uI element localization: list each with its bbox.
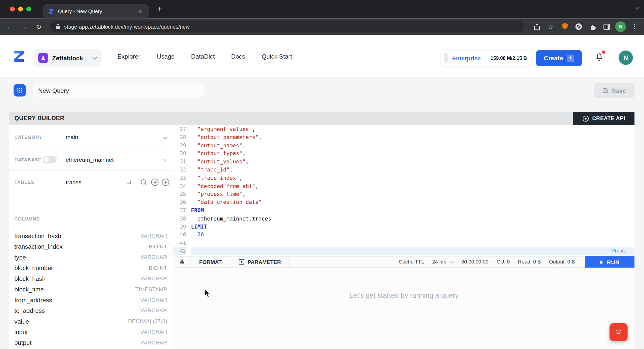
parameter-label: PARAMETER	[248, 259, 281, 265]
column-row[interactable]: block_hashVARCHAR	[9, 273, 173, 284]
extension-icon-2[interactable]	[572, 23, 586, 30]
column-row[interactable]: trace_typeVARCHAR	[9, 348, 173, 349]
code-line[interactable]: "argument_values",	[191, 125, 634, 133]
column-name: from_address	[14, 296, 52, 303]
tables-row: TABLES traces	[9, 171, 173, 194]
line-number: 35	[173, 190, 186, 198]
code-line[interactable]: "output_types",	[191, 150, 634, 158]
nav-link-quick-start[interactable]: Quick Start	[262, 53, 292, 60]
workspace-icon	[38, 53, 48, 63]
chevron-down-icon[interactable]	[163, 134, 167, 139]
empty-results-message: Let's get started by running a query	[349, 291, 459, 349]
column-row[interactable]: transaction_indexBIGINT	[9, 241, 173, 251]
code-line[interactable]: ethereum_mainnet.traces	[191, 214, 634, 223]
column-name: type	[14, 253, 26, 260]
code-line[interactable]: "trace_index",	[191, 174, 634, 182]
browser-profile-avatar[interactable]: N	[614, 21, 628, 32]
extension-icon-1[interactable]	[558, 23, 572, 30]
chat-launcher[interactable]	[610, 323, 628, 341]
workspace-switcher[interactable]: Zettablock	[32, 49, 101, 67]
tab-search-chevron-icon[interactable]	[635, 6, 639, 10]
chevron-down-icon[interactable]	[163, 157, 167, 162]
nav-link-explorer[interactable]: Explorer	[117, 53, 140, 60]
code-line[interactable]	[191, 239, 634, 247]
code-line[interactable]: "output_values",	[191, 158, 634, 166]
refresh-icon[interactable]: ↻	[32, 20, 46, 34]
section-title: QUERY BUILDER	[14, 112, 64, 125]
browser-menu-icon[interactable]: ⋮	[628, 23, 642, 30]
code-line[interactable]: "process_time",	[191, 190, 634, 198]
editor-code[interactable]: "argument_values", "output_parameters", …	[191, 125, 634, 256]
column-row[interactable]: from_addressVARCHAR	[9, 294, 173, 305]
column-row[interactable]: outputVARCHAR	[9, 337, 173, 347]
traffic-light-zoom[interactable]	[26, 7, 31, 12]
code-line[interactable]: "decoded_from_abi",	[191, 182, 634, 190]
line-number: 40	[173, 231, 186, 239]
traffic-light-minimize[interactable]	[18, 7, 23, 12]
column-name: transaction_index	[14, 243, 63, 250]
save-button[interactable]: Save	[594, 83, 635, 98]
back-icon[interactable]: ←	[3, 20, 17, 34]
editor-gutter: 27282930313233343536373839404142	[173, 125, 191, 256]
category-value: main	[66, 134, 78, 140]
notifications-button[interactable]	[594, 51, 605, 62]
code-line[interactable]: LIMIT	[191, 223, 634, 231]
chevron-down-icon	[92, 55, 97, 60]
open-table-icon[interactable]	[151, 178, 159, 187]
parameter-button[interactable]: PARAMETER	[230, 256, 289, 268]
plus-icon: +	[567, 54, 574, 62]
sql-editor[interactable]: 27282930313233343536373839404142 "argume…	[173, 125, 634, 256]
line-number: 28	[173, 133, 186, 141]
query-title-input[interactable]	[32, 83, 204, 98]
extensions-puzzle-icon[interactable]	[586, 23, 600, 30]
create-api-button[interactable]: CREATE API	[573, 112, 635, 125]
forward-icon[interactable]: →	[17, 20, 31, 34]
code-line[interactable]: "data_creation_date"	[191, 198, 634, 206]
nav-link-docs[interactable]: Docs	[231, 53, 245, 60]
tab-close-icon[interactable]: ✕	[136, 8, 144, 15]
column-row[interactable]: block_numberBIGINT	[9, 262, 173, 273]
search-table-icon[interactable]	[140, 178, 148, 187]
columns-list: transaction_hashVARCHARtransaction_index…	[9, 230, 173, 349]
command-icon[interactable]: ⌘	[173, 259, 191, 265]
code-line[interactable]: 20	[191, 231, 634, 239]
user-avatar[interactable]: N	[619, 51, 633, 65]
column-row[interactable]: to_addressVARCHAR	[9, 305, 173, 316]
tab-title: Query - New Query	[58, 8, 136, 14]
address-bar[interactable]: stage-app.zettablock.dev/my-workspace/qu…	[50, 21, 524, 32]
new-tab-button[interactable]: +	[154, 4, 165, 15]
read-value: Read: 0 B	[518, 259, 541, 265]
add-table-icon[interactable]	[162, 178, 170, 187]
nav-link-usage[interactable]: Usage	[157, 53, 175, 60]
line-number: 31	[173, 158, 186, 166]
code-line[interactable]: "output_names",	[191, 142, 634, 150]
zettablock-logo[interactable]	[12, 49, 26, 64]
cache-ttl-select[interactable]: 24 hrs	[432, 259, 453, 265]
avatar-letter: N	[623, 54, 628, 61]
chevron-down-icon[interactable]	[127, 181, 131, 184]
code-line[interactable]	[191, 247, 634, 255]
columns-label: COLUMNS	[14, 216, 40, 221]
code-line[interactable]: FROM	[191, 206, 634, 214]
code-line[interactable]: "output_parameters",	[191, 133, 634, 141]
share-icon[interactable]	[530, 23, 544, 30]
plan-usage-pill[interactable]: Enterprise 159.08 M/2.15 B	[441, 51, 532, 66]
workspace-name: Zettablock	[52, 54, 88, 61]
column-row[interactable]: transaction_hashVARCHAR	[9, 230, 173, 241]
run-button[interactable]: RUN	[585, 256, 635, 269]
divider	[289, 256, 290, 268]
column-row[interactable]: inputVARCHAR	[9, 326, 173, 337]
browser-tab[interactable]: Query - New Query ✕	[43, 4, 149, 18]
database-toggle[interactable]	[43, 156, 57, 163]
column-row[interactable]: valueDECIMAL(27,0)	[9, 316, 173, 326]
code-line[interactable]: "trace_id",	[191, 166, 634, 174]
column-row[interactable]: typeVARCHAR	[9, 252, 173, 262]
format-button[interactable]: FORMAT	[191, 256, 230, 268]
side-panel-icon[interactable]	[600, 24, 614, 30]
nav-link-datadict[interactable]: DataDict	[191, 53, 215, 60]
traffic-light-close[interactable]	[10, 7, 15, 12]
database-value: ethereum_mainnet	[66, 156, 114, 163]
bookmark-star-icon[interactable]: ☆	[544, 23, 558, 31]
column-row[interactable]: block_timeTIMESTAMP	[9, 284, 173, 294]
create-button[interactable]: Create +	[536, 50, 582, 66]
